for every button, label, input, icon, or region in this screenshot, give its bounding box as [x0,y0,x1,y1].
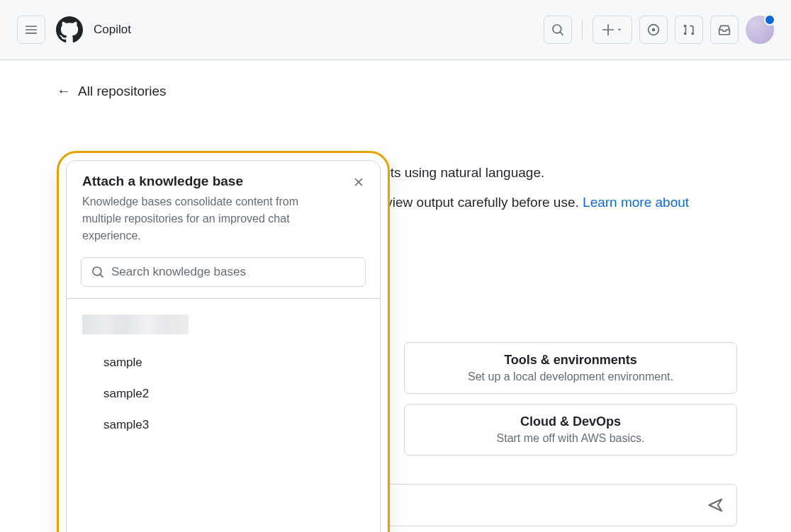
back-arrow-icon: ← [57,83,71,99]
search-input[interactable] [111,265,355,279]
kb-item-sample3[interactable]: sample3 [67,409,380,441]
header-left: Copilot [17,16,131,44]
breadcrumb[interactable]: ← All repositories [57,60,734,99]
app-title: Copilot [94,23,131,37]
github-icon [56,16,83,43]
description-line-2: Review output carefully before use. Lear… [369,195,689,210]
issues-button[interactable] [639,16,668,44]
send-icon [708,497,724,513]
avatar[interactable] [746,16,774,44]
learn-more-link[interactable]: Learn more about [583,195,689,210]
description-line-1: cepts using natural language. [369,165,544,181]
app-header: Copilot [0,0,791,60]
card-title: Cloud & DevOps [419,414,722,429]
search-icon [551,23,564,36]
modal-header: Attach a knowledge base Knowledge bases … [67,161,380,251]
hamburger-icon [25,23,38,36]
card-subtitle: Start me off with AWS basics. [419,432,722,445]
redacted-label [82,315,189,334]
close-button[interactable] [350,174,367,191]
suggestion-cards: Tools & environments Set up a local deve… [404,342,737,455]
close-icon [353,176,364,188]
search-wrap [67,251,380,299]
knowledge-base-modal: Attach a knowledge base Knowledge bases … [57,151,390,532]
send-button[interactable] [708,497,724,513]
modal-description: Knowledge bases consolidate content from… [82,193,323,244]
search-icon [91,266,104,278]
header-right [544,16,774,44]
modal-title: Attach a knowledge base [82,174,364,189]
knowledge-base-list: sample sample2 sample3 [67,299,380,532]
kb-group-header [67,309,380,343]
chevron-down-icon [616,26,623,33]
inbox-icon [718,23,731,36]
menu-button[interactable] [17,16,45,44]
search-box[interactable] [81,257,366,287]
svg-point-1 [652,28,656,32]
divider [582,20,583,40]
pull-request-icon [683,23,695,36]
github-logo[interactable] [55,16,84,44]
issue-icon [647,23,660,36]
plus-icon [602,23,615,36]
card-subtitle: Set up a local development environment. [419,370,722,383]
search-button[interactable] [544,16,572,44]
kb-item-sample2[interactable]: sample2 [67,378,380,409]
kb-item-sample[interactable]: sample [67,347,380,378]
inbox-button[interactable] [710,16,739,44]
create-new-button[interactable] [593,16,632,44]
suggestion-card-cloud[interactable]: Cloud & DevOps Start me off with AWS bas… [404,404,737,455]
main-content: ← All repositories cepts using natural l… [0,60,791,532]
card-title: Tools & environments [419,353,722,368]
suggestion-card-tools[interactable]: Tools & environments Set up a local deve… [404,342,737,394]
modal-inner: Attach a knowledge base Knowledge bases … [66,160,381,532]
pull-requests-button[interactable] [675,16,703,44]
breadcrumb-label: All repositories [78,84,167,99]
